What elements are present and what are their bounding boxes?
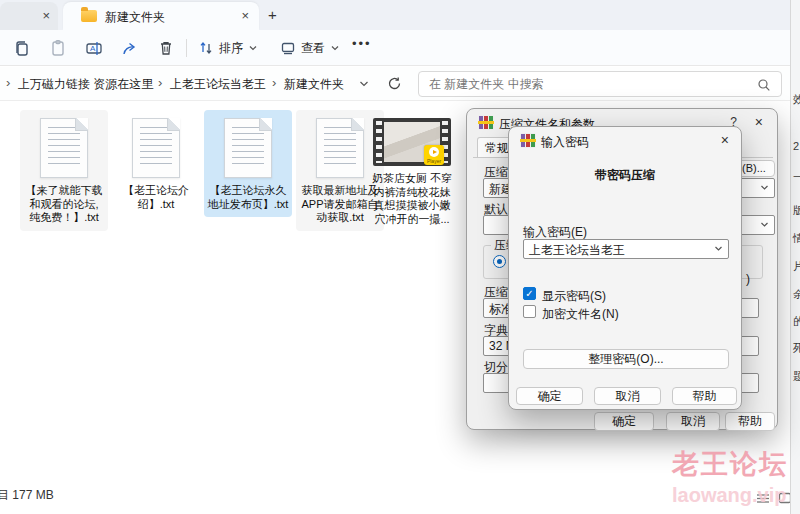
winrar-icon <box>478 115 494 130</box>
tab-inactive-partial[interactable]: × <box>0 2 58 30</box>
edge-glyph: 余 <box>793 287 800 302</box>
status-bar: 目 177 MB <box>0 480 800 514</box>
command-toolbar: A 排序 查看 ••• <box>0 30 800 66</box>
chevron-down-icon <box>248 43 258 53</box>
edge-glyph: 版 <box>793 203 800 218</box>
folder-icon <box>81 10 97 22</box>
sort-label: 排序 <box>219 40 243 57</box>
encrypt-names-checkbox[interactable] <box>523 305 536 318</box>
breadcrumb-item[interactable]: 上老王论坛当老王 <box>170 76 266 93</box>
password-value: 上老王论坛当老王 <box>529 242 625 259</box>
show-password-checkbox[interactable]: ✓ <box>523 287 536 300</box>
address-bar: › 上万磁力链接 资源在这里 › 上老王论坛当老王 › 新建文件夹 <box>0 67 800 101</box>
chevron-down-icon[interactable] <box>713 243 724 254</box>
more-options-button[interactable]: ••• <box>352 36 372 51</box>
edge-glyph: 死 <box>793 341 800 356</box>
cancel-button[interactable]: 取消 <box>594 387 661 405</box>
search-box[interactable] <box>418 71 782 97</box>
help-button[interactable]: 帮助 <box>672 387 737 405</box>
edge-glyph: 2 <box>793 140 799 152</box>
label-fragment: ) <box>746 272 750 286</box>
edge-glyph: 的 <box>793 314 800 329</box>
svg-text:A: A <box>90 44 96 53</box>
address-dropdown-icon[interactable] <box>358 79 370 89</box>
edge-glyph: 片 <box>793 259 800 274</box>
view-layout-icon <box>280 40 296 56</box>
close-icon[interactable]: × <box>755 114 763 130</box>
text-file-icon <box>224 118 272 178</box>
breadcrumb-item[interactable]: 新建文件夹 <box>284 76 344 93</box>
delete-icon[interactable] <box>156 38 176 58</box>
chevron-down-icon <box>330 43 340 53</box>
winrar-icon <box>520 133 536 148</box>
file-tile[interactable]: Player 奶茶店女厕 不穿 内裤清纯校花妹 真想摸摸被小嫩 穴冲开的一撮..… <box>366 110 458 232</box>
file-name: 【来了就能下载 和观看的论坛, 纯免费！】.txt <box>22 184 106 225</box>
copy-icon[interactable] <box>12 38 32 58</box>
file-name: 奶茶店女厕 不穿 内裤清纯校花妹 真想摸摸被小嫩 穴冲开的一撮... <box>368 172 456 226</box>
view-label: 查看 <box>301 40 325 57</box>
encrypt-names-label: 加密文件名(N) <box>542 306 619 323</box>
search-icon[interactable] <box>757 78 771 92</box>
player-badge-icon: Player <box>424 145 444 165</box>
view-button[interactable]: 查看 <box>280 38 340 58</box>
ok-button[interactable]: 确定 <box>594 412 654 431</box>
text-file-icon <box>132 118 180 178</box>
text-file-icon <box>316 118 364 178</box>
file-tile-selected[interactable]: 【老王论坛永久 地址发布页】.txt <box>204 110 292 217</box>
video-thumbnail: Player <box>373 118 451 166</box>
tab-strip: × 新建文件夹 × + <box>0 0 800 30</box>
breadcrumb-chevron: › <box>272 75 276 90</box>
password-dialog-titlebar[interactable]: 输入密码 × <box>509 127 741 155</box>
file-name: 【老王论坛介 绍】.txt <box>114 184 198 211</box>
file-explorer-window: × 新建文件夹 × + A 排序 查看 ••• › 上万磁力链接 资源在这里 <box>0 0 800 514</box>
toolbar-divider <box>186 39 187 57</box>
breadcrumb-chevron: › <box>158 75 162 90</box>
tab-active[interactable]: 新建文件夹 × <box>63 2 259 30</box>
text-file-icon <box>40 118 88 178</box>
rar-radio[interactable] <box>493 255 506 268</box>
edge-glyph: 题 <box>793 369 800 384</box>
edge-glyph: 一 <box>793 170 800 185</box>
edge-glyph: 情 <box>793 231 800 246</box>
dialog-title: 输入密码 <box>541 134 589 151</box>
sort-button[interactable]: 排序 <box>198 38 258 58</box>
file-tile[interactable]: 【老王论坛介 绍】.txt <box>112 110 200 217</box>
breadcrumb-chevron: › <box>6 75 10 90</box>
background-window-edge: 效 2 一 版 情 片 余 的 死 题 <box>790 0 800 514</box>
tab-title: 新建文件夹 <box>105 9 165 26</box>
item-count-size: 目 177 MB <box>0 487 54 504</box>
chevron-down-icon[interactable] <box>759 182 770 193</box>
cancel-button[interactable]: 取消 <box>666 412 720 431</box>
details-view-icon[interactable] <box>756 492 770 504</box>
new-tab-button[interactable]: + <box>268 6 277 23</box>
chevron-down-icon[interactable] <box>759 219 770 230</box>
share-icon[interactable] <box>120 38 140 58</box>
refresh-icon[interactable] <box>386 75 403 92</box>
help-button[interactable]: 帮助 <box>725 412 775 431</box>
file-tile[interactable]: 【来了就能下载 和观看的论坛, 纯免费！】.txt <box>20 110 108 231</box>
search-input[interactable] <box>429 73 749 95</box>
paste-icon[interactable] <box>48 38 68 58</box>
organize-passwords-button[interactable]: 整理密码(O)... <box>523 349 729 369</box>
close-icon[interactable]: × <box>721 132 729 148</box>
close-tab-icon[interactable]: × <box>42 8 50 23</box>
ok-button[interactable]: 确定 <box>516 387 583 405</box>
breadcrumb-item[interactable]: 上万磁力链接 资源在这里 <box>18 76 153 93</box>
password-combobox[interactable]: 上老王论坛当老王 <box>523 239 729 259</box>
watermark-title: 老王论坛 <box>672 446 788 482</box>
show-password-label: 显示密码(S) <box>542 288 606 305</box>
player-badge-label: Player <box>424 158 444 164</box>
password-heading: 带密码压缩 <box>509 167 741 184</box>
rename-icon[interactable]: A <box>84 38 104 58</box>
password-dialog: 输入密码 × 带密码压缩 输入密码(E) 上老王论坛当老王 ✓ 显示密码(S) … <box>508 126 742 410</box>
sort-arrows-icon <box>198 40 214 56</box>
edge-glyph: 效 <box>793 92 800 107</box>
close-tab-icon[interactable]: × <box>241 8 249 23</box>
file-name: 【老王论坛永久 地址发布页】.txt <box>206 184 290 211</box>
